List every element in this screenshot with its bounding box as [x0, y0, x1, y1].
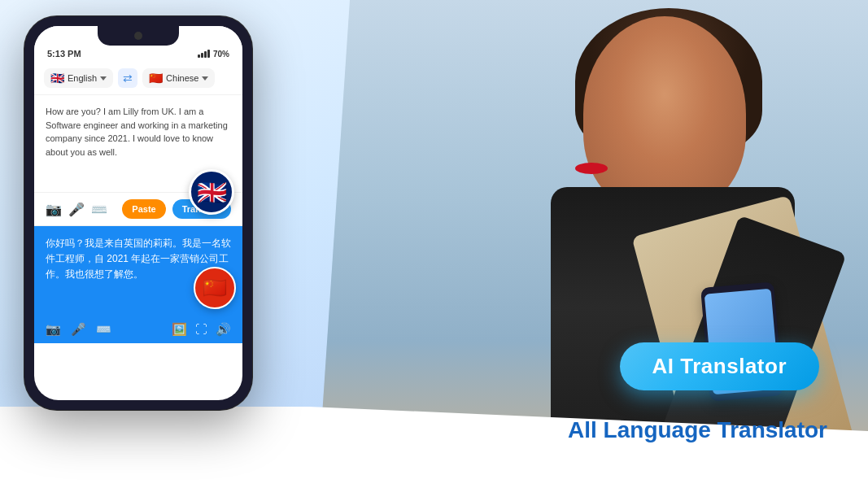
all-language-translator-label: All Language Translator [568, 417, 827, 443]
person-lips [575, 163, 608, 174]
bottom-camera-icon[interactable]: 📷 [46, 322, 61, 337]
bottom-image-icon[interactable]: 🖼️ [172, 322, 187, 337]
signal-bar-1 [198, 54, 200, 58]
signal-icon [198, 50, 210, 58]
cn-flag-large-container: 🇨🇳 [194, 267, 236, 309]
signal-bar-4 [207, 50, 210, 58]
person-head [583, 16, 746, 211]
ai-translator-badge: AI Translator [620, 342, 819, 390]
phone-bottom-bar: 📷 🎤 ⌨️ 🖼️ ⛶ 🔊 [34, 316, 242, 343]
target-language-selector[interactable]: 🇨🇳 Chinese [142, 68, 215, 88]
phone-mockup: 5:13 PM 70% 🇬🇧 English [24, 16, 277, 410]
camera-dot [134, 32, 142, 40]
uk-flag-large-container: 🇬🇧 [189, 169, 234, 215]
signal-bar-3 [204, 51, 207, 58]
status-time: 5:13 PM [47, 49, 81, 59]
cn-flag-small: 🇨🇳 [149, 72, 163, 85]
bottom-keyboard-icon[interactable]: ⌨️ [96, 322, 111, 337]
swap-icon: ⇄ [123, 72, 133, 85]
language-bar[interactable]: 🇬🇧 English ⇄ 🇨🇳 Chinese [34, 62, 242, 95]
phone-notch [98, 26, 179, 46]
cn-flag-circle: 🇨🇳 [194, 267, 236, 309]
target-language-label: Chinese [166, 73, 198, 83]
battery-text: 70% [213, 50, 229, 59]
ai-translator-label: AI Translator [652, 354, 787, 378]
uk-flag-small: 🇬🇧 [50, 72, 64, 85]
bottom-speaker-icon[interactable]: 🔊 [216, 322, 231, 337]
microphone-icon[interactable]: 🎤 [68, 202, 85, 217]
target-lang-chevron [202, 76, 208, 81]
source-language-selector[interactable]: 🇬🇧 English [44, 68, 113, 88]
input-text-content: How are you? I am Lilly from UK. I am a … [46, 105, 231, 159]
keyboard-icon[interactable]: ⌨️ [91, 202, 107, 217]
bottom-mic-icon[interactable]: 🎤 [71, 322, 86, 337]
phone-outer-shell: 5:13 PM 70% 🇬🇧 English [24, 16, 252, 410]
input-text-area[interactable]: How are you? I am Lilly from UK. I am a … [34, 95, 242, 193]
paste-button[interactable]: Paste [122, 199, 165, 219]
uk-flag-circle: 🇬🇧 [189, 169, 234, 215]
bottom-expand-icon[interactable]: ⛶ [195, 322, 207, 337]
swap-languages-button[interactable]: ⇄ [118, 68, 137, 88]
bottom-right-icons: 🖼️ ⛶ 🔊 [172, 322, 231, 337]
status-right-icons: 70% [198, 50, 229, 59]
phone-screen: 5:13 PM 70% 🇬🇧 English [34, 26, 242, 400]
camera-icon[interactable]: 📷 [46, 202, 62, 217]
translation-result-area: 你好吗？我是来自英国的莉莉。我是一名软件工程师，自 2021 年起在一家营销公司… [34, 226, 242, 316]
signal-bar-2 [201, 53, 203, 58]
source-lang-chevron [100, 76, 107, 81]
person-figure [453, 0, 844, 488]
source-language-label: English [68, 73, 97, 83]
